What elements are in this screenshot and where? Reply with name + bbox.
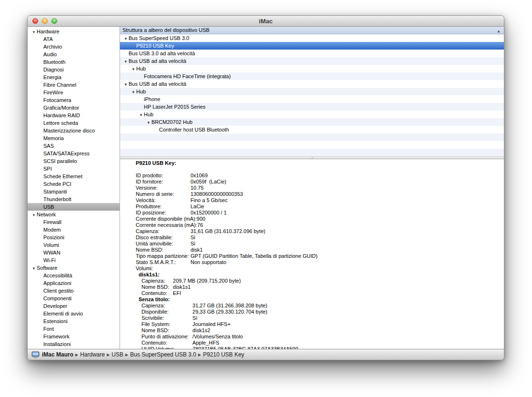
property-label: Tipo mappa partizione: xyxy=(136,253,191,259)
detail-property: ID posizione:0x15200000 / 1 xyxy=(136,210,504,216)
sidebar-item[interactable]: Estensioni xyxy=(28,317,120,325)
tree-row[interactable]: ▼Hub xyxy=(120,88,504,95)
property-label: Capienza: xyxy=(141,303,192,309)
tree-column-header-label: Struttura a albero del dispositivo USB xyxy=(122,27,210,33)
disclosure-triangle-icon[interactable]: ▼ xyxy=(32,212,37,218)
tree-row[interactable]: P9210 USB Key xyxy=(120,42,504,50)
sidebar-item[interactable]: Volumi xyxy=(28,241,120,249)
sidebar-item[interactable]: Fibre Channel xyxy=(28,81,120,89)
disclosure-triangle-icon[interactable]: ▼ xyxy=(131,89,136,95)
details-pane[interactable]: P9210 USB Key:ID prodotto:0x1069ID forni… xyxy=(120,159,504,349)
title-bar[interactable]: iMac xyxy=(28,16,504,27)
sidebar-item[interactable]: USB xyxy=(28,203,120,211)
sidebar-item[interactable]: WWAN xyxy=(28,249,120,256)
sidebar-item[interactable]: Bluetooth xyxy=(28,58,120,66)
disclosure-triangle-icon[interactable]: ▼ xyxy=(124,35,129,42)
sidebar-item[interactable]: Stampanti xyxy=(28,188,120,195)
sidebar-item[interactable]: SCSI parallelo xyxy=(28,157,120,165)
sidebar[interactable]: ▼HardwareATAArchivioAudioBluetoothDiagno… xyxy=(28,27,120,349)
sidebar-group-header[interactable]: ▼Network xyxy=(28,211,120,218)
property-label: File System: xyxy=(141,321,192,327)
sidebar-group-header[interactable]: ▼Hardware xyxy=(28,28,120,35)
disclosure-triangle-icon[interactable]: ▼ xyxy=(139,112,144,118)
sidebar-item[interactable]: Fotocamera xyxy=(28,96,120,104)
property-value: 31,27 GB (31.266.398.208 byte) xyxy=(192,303,504,309)
sidebar-item[interactable]: Grafica/Monitor xyxy=(28,104,120,112)
zoom-button[interactable] xyxy=(51,18,57,24)
property-value: Fino a 5 Gb/sec xyxy=(191,197,228,203)
tree-row[interactable]: ▼BRCM20702 Hub xyxy=(120,118,504,126)
breadcrumb-item: USB xyxy=(111,351,123,358)
path-bar: iMac Mauro▶Hardware▶USB▶Bus SuperSpeed U… xyxy=(28,349,504,360)
tree-row[interactable]: ▼Bus USB ad alta velocità xyxy=(120,57,504,65)
sidebar-item[interactable]: Archivio xyxy=(28,43,120,51)
sidebar-item[interactable]: ATA xyxy=(28,35,120,43)
sidebar-group-header[interactable]: ▼Software xyxy=(28,264,120,272)
property-value: 0x15200000 / 1 xyxy=(191,210,227,215)
sidebar-item[interactable]: Posizioni xyxy=(28,234,120,241)
sort-ascending-icon[interactable]: ▲ xyxy=(497,28,501,35)
disclosure-triangle-icon[interactable]: ▼ xyxy=(124,81,129,88)
property-label: Capienza: xyxy=(141,278,173,284)
computer-icon xyxy=(31,351,40,358)
detail-property: Corrente necessaria (mA):76 xyxy=(136,222,504,228)
property-value: disk1s2 xyxy=(192,327,504,334)
sidebar-item[interactable]: Masterizzazione disco xyxy=(28,127,120,134)
sidebar-item[interactable]: Installazioni xyxy=(28,340,120,348)
pane-splitter[interactable] xyxy=(120,156,504,159)
sidebar-item[interactable]: Diagnosi xyxy=(28,66,120,73)
sidebar-item[interactable]: SAS xyxy=(28,142,120,150)
tree-row[interactable]: Fotocamera HD FaceTime (integrata) xyxy=(120,72,504,80)
sidebar-item[interactable]: Developer xyxy=(28,302,120,310)
blank-line xyxy=(136,166,504,173)
property-value: Sì xyxy=(191,234,195,240)
sidebar-item[interactable]: SATA/SATAExpress xyxy=(28,150,120,157)
tree-row[interactable]: iPhone xyxy=(120,95,504,103)
tree-row[interactable]: ▼Hub xyxy=(120,111,504,118)
sidebar-item[interactable]: Componenti xyxy=(28,295,120,302)
sidebar-item[interactable]: Audio xyxy=(28,51,120,58)
sidebar-item[interactable]: Modem xyxy=(28,226,120,234)
detail-property: Corrente disponibile (mA):900 xyxy=(136,216,504,222)
disclosure-triangle-icon[interactable]: ▼ xyxy=(131,66,136,72)
tree-column-header[interactable]: Struttura a albero del dispositivo USB ▲ xyxy=(120,27,504,34)
tree-row[interactable]: Bus USB 3.0 ad alta velocità xyxy=(120,50,504,57)
minimize-button[interactable] xyxy=(42,18,48,24)
sidebar-item[interactable]: Energia xyxy=(28,73,120,81)
disclosure-triangle-icon[interactable]: ▼ xyxy=(147,119,151,126)
sidebar-item[interactable]: Accessibilità xyxy=(28,272,120,279)
property-label: Produttore: xyxy=(136,204,191,210)
disclosure-triangle-icon[interactable]: ▼ xyxy=(32,265,37,272)
sidebar-item[interactable]: Schede Ethernet xyxy=(28,173,120,180)
sidebar-item[interactable]: Thunderbolt xyxy=(28,195,120,203)
tree-row-label: P9210 USB Key xyxy=(136,43,174,49)
tree-row[interactable]: ▼Hub xyxy=(120,65,504,72)
sidebar-item[interactable]: FireWire xyxy=(28,89,120,96)
sidebar-item[interactable]: Lettore scheda xyxy=(28,119,120,127)
disclosure-triangle-icon[interactable]: ▼ xyxy=(32,29,37,35)
sidebar-item[interactable]: Schede PCI xyxy=(28,180,120,188)
tree-row-label: Controller host USB Bluetooth xyxy=(159,127,229,132)
disclosure-triangle-icon[interactable]: ▼ xyxy=(124,58,129,65)
sidebar-item[interactable]: SPI xyxy=(28,165,120,173)
sidebar-item[interactable]: Memoria xyxy=(28,134,120,142)
property-label: Nome BSD: xyxy=(136,247,191,253)
sidebar-item[interactable]: Firewall xyxy=(28,218,120,226)
tree-row[interactable]: Controller host USB Bluetooth xyxy=(120,126,504,133)
close-button[interactable] xyxy=(32,18,38,24)
tree-row[interactable]: ▼Bus SuperSpeed USB 3.0 xyxy=(120,34,504,42)
sidebar-item[interactable]: Client gestito xyxy=(28,287,120,295)
splitter-handle-icon xyxy=(311,157,313,159)
tree-row[interactable]: ▼Bus USB ad alta velocità xyxy=(120,80,504,88)
sidebar-item[interactable]: Applicazioni xyxy=(28,279,120,287)
property-value: 209,7 MB (209.715.200 byte) xyxy=(173,278,504,284)
sidebar-item[interactable]: Framework xyxy=(28,333,120,340)
sidebar-item[interactable]: Hardware RAID xyxy=(28,112,120,119)
tree-row-label: Hub xyxy=(136,89,146,94)
sidebar-item[interactable]: Font xyxy=(28,325,120,333)
property-label: Contenuto: xyxy=(141,340,192,346)
breadcrumb-separator-icon: ▶ xyxy=(198,353,201,357)
sidebar-item[interactable]: Wi-Fi xyxy=(28,256,120,264)
sidebar-item[interactable]: Elementi di avvio xyxy=(28,310,120,317)
tree-row[interactable]: HP LaserJet P2015 Series xyxy=(120,103,504,111)
